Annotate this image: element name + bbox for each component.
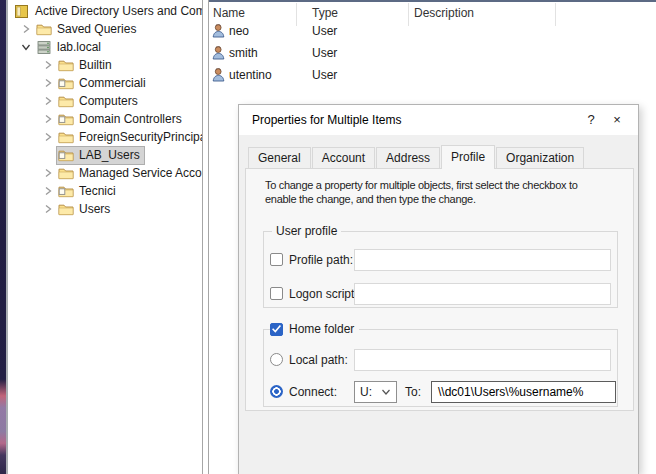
ou-folder-icon xyxy=(58,184,75,199)
dialog-titlebar[interactable]: Properties for Multiple Items ? × xyxy=(239,105,638,135)
tree-item-label: lab.local xyxy=(57,40,101,55)
instruction-line-1: To change a property for multiple object… xyxy=(265,178,631,192)
list-row-neo[interactable]: neoUser xyxy=(209,20,656,42)
connect-label: Connect: xyxy=(289,385,337,400)
profile-path-label: Profile path: xyxy=(289,253,353,268)
folder-icon xyxy=(58,94,75,109)
chevron-right-icon[interactable] xyxy=(42,203,54,215)
tree-item-content: Builtin xyxy=(56,56,117,75)
ou-folder-icon xyxy=(58,112,75,127)
profile-tab-page: To change a property for multiple object… xyxy=(245,168,634,411)
instruction-text: To change a property for multiple object… xyxy=(265,178,631,206)
chevron-right-icon[interactable] xyxy=(42,185,54,197)
user-icon xyxy=(211,45,226,60)
instruction-line-2: enable the change, and then type the cha… xyxy=(265,192,631,206)
drive-letter-dropdown[interactable]: U: xyxy=(354,381,397,403)
profile-path-field[interactable] xyxy=(354,249,611,271)
tree-item-saved-queries[interactable]: Saved Queries xyxy=(8,20,202,38)
chevron-right-icon[interactable] xyxy=(42,77,54,89)
help-button[interactable]: ? xyxy=(578,105,604,135)
column-header-type[interactable]: Type xyxy=(312,6,338,21)
cell-type: User xyxy=(312,46,337,60)
pane-splitter[interactable] xyxy=(202,0,203,474)
tree-item-label: Tecnici xyxy=(79,184,116,199)
tab-address[interactable]: Address xyxy=(376,147,440,168)
tree-item-label: LAB_Users xyxy=(79,148,140,163)
tree-item-content: ForeignSecurityPrincipals xyxy=(56,128,202,147)
chevron-right-icon[interactable] xyxy=(42,131,54,143)
home-folder-label: Home folder xyxy=(289,322,354,337)
list-row-smith[interactable]: smithUser xyxy=(209,42,656,64)
to-label: To: xyxy=(405,385,421,400)
tree-item-label: Builtin xyxy=(79,58,112,73)
folder-icon xyxy=(58,202,75,217)
tree-item-content: Tecnici xyxy=(56,182,121,201)
tree-item-foreignsecurityprincipals[interactable]: ForeignSecurityPrincipals xyxy=(8,128,202,146)
folder-icon xyxy=(36,22,53,37)
console-tree-pane: Active Directory Users and ComSaved Quer… xyxy=(8,0,202,474)
home-folder-group: Home folder Local path: Connect: U: To: … xyxy=(263,329,618,407)
titlebar-buttons: ? × xyxy=(578,105,630,135)
logon-script-row: Logon script: xyxy=(264,283,617,305)
tree-item-label: Saved Queries xyxy=(57,22,136,37)
chevron-down-icon xyxy=(381,387,391,397)
tree-item-lab-users[interactable]: LAB_Users xyxy=(8,146,202,164)
local-path-field[interactable] xyxy=(354,349,611,371)
connect-path-field[interactable]: \\dc01\Users\%username% xyxy=(431,381,616,403)
column-header-name[interactable]: Name xyxy=(213,6,245,21)
ou-folder-icon xyxy=(58,148,75,163)
column-header-description[interactable]: Description xyxy=(414,6,474,21)
profile-path-row: Profile path: xyxy=(264,249,617,271)
tab-general[interactable]: General xyxy=(248,147,311,168)
tree-item-users[interactable]: Users xyxy=(8,200,202,218)
tree-item-commerciali[interactable]: Commerciali xyxy=(8,74,202,92)
tree-item-content: Saved Queries xyxy=(34,20,141,39)
tree-item-content: Users xyxy=(56,200,115,219)
tree-item-label: Computers xyxy=(79,94,138,109)
ou-folder-icon xyxy=(58,76,75,91)
chevron-placeholder xyxy=(42,149,54,161)
cell-name: smith xyxy=(229,46,258,60)
tree-item-computers[interactable]: Computers xyxy=(8,92,202,110)
chevron-right-icon[interactable] xyxy=(42,95,54,107)
profile-path-checkbox[interactable] xyxy=(270,253,283,266)
logon-script-label: Logon script: xyxy=(289,287,358,302)
connect-row: Connect: U: To: \\dc01\Users\%username% xyxy=(264,381,617,403)
tree-item-active-directory-users-and-com[interactable]: Active Directory Users and Com xyxy=(8,2,202,20)
tree-item-label: ForeignSecurityPrincipals xyxy=(79,130,202,145)
tree-item-builtin[interactable]: Builtin xyxy=(8,56,202,74)
chevron-right-icon[interactable] xyxy=(42,167,54,179)
directory-root-icon xyxy=(14,4,31,19)
local-path-row: Local path: xyxy=(264,349,617,371)
chevron-right-icon[interactable] xyxy=(42,113,54,125)
home-folder-checkbox[interactable] xyxy=(270,323,283,336)
drive-letter-value: U: xyxy=(360,385,372,399)
tree-item-label: Domain Controllers xyxy=(79,112,182,127)
tree-item-domain-controllers[interactable]: Domain Controllers xyxy=(8,110,202,128)
chevron-right-icon[interactable] xyxy=(42,59,54,71)
folder-icon xyxy=(58,166,75,181)
chevron-right-icon[interactable] xyxy=(20,23,32,35)
connect-radio[interactable] xyxy=(270,385,283,398)
close-button[interactable]: × xyxy=(604,105,630,135)
list-row-utentino[interactable]: utentinoUser xyxy=(209,64,656,86)
tree-item-label: Active Directory Users and Com xyxy=(35,4,202,19)
tree-item-managed-service-accounts[interactable]: Managed Service Accounts xyxy=(8,164,202,182)
chevron-down-icon[interactable] xyxy=(20,41,32,53)
tree-item-content: lab.local xyxy=(34,38,106,57)
tab-strip: GeneralAccountAddressProfileOrganization xyxy=(248,144,585,168)
tab-account[interactable]: Account xyxy=(312,147,375,168)
local-path-radio[interactable] xyxy=(270,353,283,366)
tab-organization[interactable]: Organization xyxy=(496,147,584,168)
tree-item-lab-local[interactable]: lab.local xyxy=(8,38,202,56)
tree-item-tecnici[interactable]: Tecnici xyxy=(8,182,202,200)
user-icon xyxy=(211,67,226,82)
cell-name: utentino xyxy=(229,68,272,82)
logon-script-field[interactable] xyxy=(354,283,611,305)
logon-script-checkbox[interactable] xyxy=(270,287,283,300)
properties-dialog: Properties for Multiple Items ? × Genera… xyxy=(238,104,639,474)
aduc-window: Active Directory Users and ComSaved Quer… xyxy=(0,0,656,474)
cell-name: neo xyxy=(229,24,249,38)
tree-item-label: Commerciali xyxy=(79,76,146,91)
tab-profile[interactable]: Profile xyxy=(441,145,495,169)
